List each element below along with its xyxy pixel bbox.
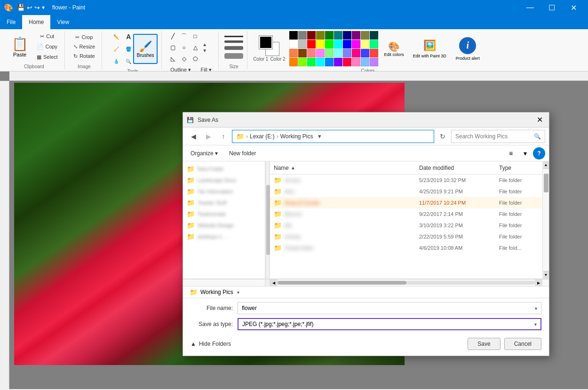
color-swatch-33[interactable] [316,58,325,66]
refresh-button[interactable]: ↻ [436,130,449,143]
search-input[interactable] [455,133,532,140]
shape-roundrect[interactable]: ▢ [167,42,178,53]
shape-triangle[interactable]: △ [190,42,200,53]
file-row-6[interactable]: 📁Partial folder 4/6/2019 10:08 AM File f… [270,242,542,254]
new-folder-button[interactable]: New folder [225,147,260,159]
file-row-2[interactable]: 📁Array & Curves 11/7/2017 10:24 PM File … [270,197,542,208]
back-button[interactable]: ◀ [187,130,200,143]
left-item-5[interactable]: 📁 Website Design [183,220,265,231]
path-part-folder[interactable]: Working Pics [280,133,313,140]
col-header-type[interactable]: Type [495,161,542,175]
cut-button[interactable]: ✂Cut [34,32,61,41]
color-swatch-2[interactable] [307,31,316,40]
color-1-box[interactable] [259,36,272,49]
col-header-date[interactable]: Date modified [415,161,495,175]
color-swatch-4[interactable] [325,31,334,40]
shape-diamond[interactable]: ◇ [179,54,189,64]
color-swatch-36[interactable] [343,58,351,66]
color-swatch-35[interactable] [334,58,342,66]
color-swatch-37[interactable] [352,58,360,66]
working-pics-selected[interactable]: 📁 Working Pics ▾ [183,287,549,298]
scroll-down-button[interactable]: ▼ [543,271,549,279]
save-button[interactable]: Save [468,338,500,350]
view-dropdown-button[interactable]: ▾ [519,147,531,159]
file-row-0[interactable]: 📁Arrows 5/23/2019 10:32 PM File folder [270,175,542,186]
undo-icon[interactable]: ↩ [27,4,32,11]
color-swatch-5[interactable] [334,31,342,40]
left-item-0[interactable]: 📁 New Folder [183,163,265,175]
color-swatch-19[interactable] [370,40,378,48]
address-path[interactable]: 📁 › Lexar (E:) › Working Pics ▾ [232,130,434,143]
brushes-button[interactable]: 🖌️ Brushes [133,34,158,64]
forward-button[interactable]: ▶ [202,130,215,143]
file-row-3[interactable]: 📁Blooms 9/22/2017 2:14 PM File folder [270,208,542,220]
color-swatch-26[interactable] [343,49,351,57]
size-option-4[interactable] [224,53,243,59]
color-swatch-11[interactable] [298,40,307,48]
color-swatch-0[interactable] [289,31,298,40]
left-item-6[interactable]: 📁 antelope-1 ... [183,231,265,242]
path-dropdown-button[interactable]: ▾ [315,130,324,143]
customize-icon[interactable]: ▾ [42,4,45,11]
color-swatch-29[interactable] [370,49,378,57]
maximize-button[interactable]: ☐ [541,0,563,15]
col-header-name[interactable]: Name ▲ [270,161,415,175]
color-swatch-17[interactable] [352,40,360,48]
crop-button[interactable]: ✂Crop [71,32,98,42]
product-alert-button[interactable]: i Product alert [453,34,483,64]
help-button[interactable]: ? [533,147,545,159]
size-option-3[interactable] [224,46,243,50]
color-swatch-21[interactable] [298,49,307,57]
save-quick-icon[interactable]: 💾 [17,4,25,11]
color-swatch-1[interactable] [298,31,307,40]
left-item-2[interactable]: 📁 Tax Information [183,186,265,197]
scroll-up-button[interactable]: ▲ [543,161,549,169]
color-swatch-34[interactable] [325,58,334,66]
filetype-input[interactable]: JPEG (*.jpg;*.jpeg;*.jpe;*.jfif) ▾ [238,318,541,330]
shape-rect[interactable]: □ [190,31,200,41]
tab-file[interactable]: File [0,15,22,29]
left-item-4[interactable]: 📁 Testimonials [183,208,265,220]
edit-paint3d-button[interactable]: 🖼️ Edit with Paint 3D [410,34,449,64]
size-option-2[interactable] [224,40,243,43]
shape-ellipse[interactable]: ○ [179,42,189,53]
up-button[interactable]: ↑ [217,130,230,143]
left-item-1[interactable]: 📁 Landscape Docs [183,175,265,186]
left-item-3[interactable]: 📁 Toaster Stuff [183,197,265,208]
paste-button[interactable]: 📋 Paste [8,32,32,62]
color-swatch-32[interactable] [307,58,316,66]
redo-icon[interactable]: ↪ [34,4,40,11]
color-swatch-13[interactable] [316,40,325,48]
left-scrollbar[interactable] [265,161,270,279]
organize-button[interactable]: Organize ▾ [187,147,222,159]
color-swatch-8[interactable] [361,31,369,40]
size-option-1[interactable] [224,36,243,37]
filename-input[interactable]: flower ▾ [238,302,541,314]
color-swatch-30[interactable] [289,58,298,66]
working-pics-expand-button[interactable]: ▾ [237,290,239,295]
color-swatch-28[interactable] [361,49,369,57]
color-swatch-15[interactable] [334,40,342,48]
color-swatch-7[interactable] [352,31,360,40]
hscroll-right-button[interactable]: ▶ [535,279,542,286]
color-swatch-23[interactable] [316,49,325,57]
path-part-drive[interactable]: Lexar (E:) [250,133,275,140]
cancel-button[interactable]: Cancel [504,338,541,350]
left-scroll-thumb[interactable] [266,185,270,255]
color-swatch-12[interactable] [307,40,316,48]
color-swatch-22[interactable] [307,49,316,57]
hide-folders-button[interactable]: ▲ Hide Folders [191,341,231,347]
color-swatch-24[interactable] [325,49,334,57]
color-swatch-39[interactable] [370,58,378,66]
color-swatch-38[interactable] [361,58,369,66]
hscroll-left-button[interactable]: ◀ [270,279,278,286]
resize-button[interactable]: ⤡Resize [71,42,98,51]
color-swatch-27[interactable] [352,49,360,57]
color-swatch-25[interactable] [334,49,342,57]
tab-home[interactable]: Home [22,15,50,29]
color-swatch-16[interactable] [343,40,351,48]
minimize-button[interactable]: — [519,0,541,15]
dialog-close-button[interactable]: ✕ [534,114,545,126]
file-row-1[interactable]: 📁Alex 4/25/2019 9:21 PM File folder [270,186,542,197]
edit-colors-button[interactable]: 🎨 Edit colors [382,34,406,64]
